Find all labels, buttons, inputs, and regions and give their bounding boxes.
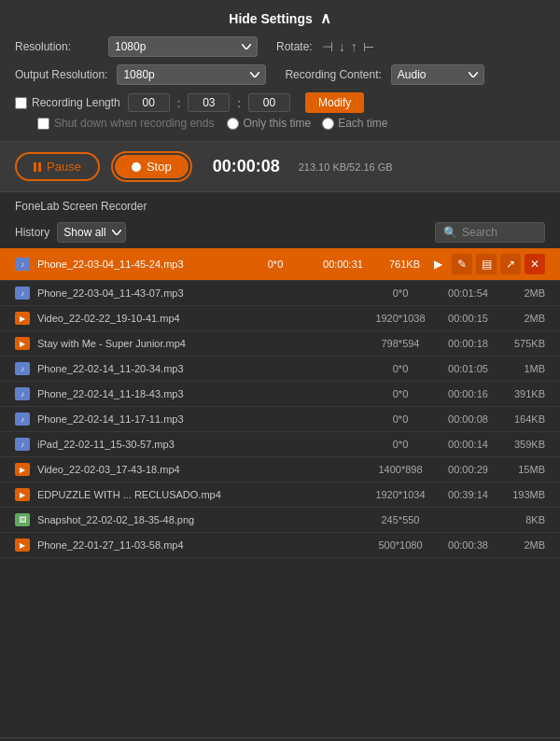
modify-button[interactable]: Modify (305, 92, 364, 113)
file-size: 761KB (373, 259, 420, 270)
only-this-time-label[interactable]: Only this time (227, 117, 311, 130)
table-row[interactable]: 🖼 Snapshot_22-02-02_18-35-48.png 245*550… (0, 508, 560, 533)
file-name: EDPUZZLE WITH ... RECLUSADO.mp4 (37, 489, 363, 500)
pause-button[interactable]: Pause (15, 152, 100, 181)
each-time-radio[interactable] (322, 118, 334, 130)
search-icon: 🔍 (443, 226, 457, 239)
shutdown-checkbox[interactable] (37, 118, 49, 130)
file-size: 2MB (498, 539, 545, 551)
file-size: 164KB (498, 413, 545, 425)
shutdown-label: Shut down when recording ends (54, 117, 214, 130)
time-minutes-input[interactable] (188, 93, 230, 112)
file-size: 193MB (498, 489, 545, 500)
file-resolution: 0*0 (363, 439, 438, 450)
rotate-icon-2[interactable]: ↓ (339, 39, 345, 54)
file-thumbnail: ♪ (15, 362, 30, 375)
share-action-button[interactable]: ↗ (500, 254, 521, 274)
stop-dot-icon (132, 162, 141, 172)
file-resolution: 0*0 (363, 413, 438, 425)
file-thumbnail: 🖼 (15, 513, 30, 526)
recording-content-section: Recording Content: Audio Video Both (285, 64, 483, 85)
stop-button[interactable]: Stop (115, 155, 189, 178)
search-input[interactable] (462, 226, 537, 239)
play-action-button[interactable]: ▶ (427, 254, 448, 274)
file-resolution: 0*0 (238, 259, 313, 270)
file-duration: 00:00:18 (438, 338, 498, 349)
table-row[interactable]: ♪ Phone_22-03-04_11-43-07.mp3 0*0 00:01:… (0, 281, 560, 306)
recording-length-checkbox-label[interactable]: Recording Length (15, 96, 120, 109)
table-row[interactable]: ▶ EDPUZZLE WITH ... RECLUSADO.mp4 1920*1… (0, 482, 560, 508)
file-duration: 00:01:54 (438, 287, 498, 299)
file-duration: 00:00:16 (438, 388, 498, 399)
chevron-up-icon[interactable]: ∧ (320, 9, 331, 27)
shutdown-row: Shut down when recording ends Only this … (15, 117, 545, 130)
settings-panel: Hide Settings ∧ Resolution: 1080p 720p 4… (0, 0, 560, 142)
file-size: 1MB (498, 363, 545, 374)
recording-length-label: Recording Length (32, 96, 120, 109)
pause-label: Pause (47, 160, 81, 174)
table-row[interactable]: ▶ Video_22-02-22_19-10-41.mp4 1920*1038 … (0, 306, 560, 331)
time-seconds-input[interactable] (248, 93, 290, 112)
stop-button-wrapper: Stop (111, 151, 192, 182)
file-resolution: 0*0 (363, 287, 438, 299)
main-content: FoneLab Screen Recorder History Show all… (0, 192, 560, 737)
time-hours-input[interactable] (128, 93, 170, 112)
rotate-icons: ⊣ ↓ ↑ ⊢ (322, 39, 374, 54)
pause-bar-1 (34, 162, 36, 172)
file-resolution: 0*0 (363, 363, 438, 374)
file-size: 2MB (498, 313, 545, 324)
file-duration: 00:00:31 (313, 259, 373, 270)
rotate-section: Rotate: ⊣ ↓ ↑ ⊢ (276, 39, 374, 54)
recording-length-checkbox[interactable] (15, 97, 27, 109)
recording-content-select[interactable]: Audio Video Both (391, 64, 484, 85)
file-resolution: 0*0 (363, 388, 438, 399)
file-name: Phone_22-03-04_11-43-07.mp3 (37, 287, 363, 299)
file-resolution: 798*594 (363, 338, 438, 349)
recording-content-label: Recording Content: (285, 68, 381, 81)
file-size: 575KB (498, 338, 545, 349)
pause-icon (34, 162, 41, 172)
edit-action-button[interactable]: ✎ (452, 254, 472, 274)
controls-bar: Pause Stop 00:00:08 213.10 KB/52.16 GB (0, 142, 560, 192)
output-resolution-select[interactable]: 1080p 720p (117, 64, 266, 85)
file-thumbnail: ▶ (15, 538, 30, 552)
file-thumbnail: ▶ (15, 488, 30, 501)
shutdown-checkbox-label[interactable]: Shut down when recording ends (37, 117, 214, 130)
table-row[interactable]: ♪ iPad_22-02-11_15-30-57.mp3 0*0 00:00:1… (0, 432, 560, 457)
file-size: 2MB (498, 287, 545, 299)
rotate-label: Rotate: (276, 40, 313, 53)
table-row[interactable]: ♪ Phone_22-02-14_11-20-34.mp3 0*0 00:01:… (0, 357, 560, 382)
file-duration: 00:00:38 (438, 539, 498, 551)
output-resolution-row: Output Resolution: 1080p 720p Recording … (15, 64, 545, 85)
table-row[interactable]: ▶ Stay with Me - Super Junior.mp4 798*59… (0, 331, 560, 357)
time-sep-1: : (177, 96, 181, 110)
file-resolution: 1920*1038 (363, 313, 438, 324)
output-resolution-label: Output Resolution: (15, 68, 107, 81)
table-row[interactable]: ♪ Phone_22-02-14_11-17-11.mp3 0*0 00:00:… (0, 407, 560, 432)
only-this-time-text: Only this time (243, 117, 311, 130)
file-duration: 00:00:29 (438, 464, 498, 475)
history-bar: History Show all Video Audio Image 🔍 (0, 217, 560, 248)
rotate-icon-3[interactable]: ↑ (351, 39, 357, 54)
file-size: 8KB (498, 514, 545, 525)
delete-action-button[interactable]: ✕ (525, 254, 545, 274)
resolution-label: Resolution: (15, 40, 99, 53)
table-row[interactable]: ▶ Phone_22-01-27_11-03-58.mp4 500*1080 0… (0, 533, 560, 558)
bandwidth-display: 213.10 KB/52.16 GB (299, 161, 393, 173)
hide-settings-label: Hide Settings (229, 11, 312, 26)
table-row[interactable]: ♪ Phone_22-03-04_11-45-24.mp3 0*0 00:00:… (0, 248, 560, 281)
table-row[interactable]: ▶ Video_22-02-03_17-43-18.mp4 1400*898 0… (0, 457, 560, 482)
file-duration: 00:01:05 (438, 363, 498, 374)
recording-length-row: Recording Length : : Modify (15, 92, 545, 113)
folder-action-button[interactable]: ▤ (476, 254, 497, 274)
only-this-time-radio[interactable] (227, 118, 239, 130)
table-row[interactable]: ♪ Phone_22-02-14_11-18-43.mp3 0*0 00:00:… (0, 382, 560, 407)
file-thumbnail: ♪ (15, 412, 30, 426)
file-name: Video_22-02-22_19-10-41.mp4 (37, 313, 363, 324)
rotate-icon-4[interactable]: ⊢ (363, 39, 374, 54)
rotate-icon-1[interactable]: ⊣ (322, 39, 333, 54)
file-name: Video_22-02-03_17-43-18.mp4 (37, 464, 363, 475)
each-time-label[interactable]: Each time (322, 117, 387, 130)
history-select[interactable]: Show all Video Audio Image (57, 222, 126, 243)
resolution-select[interactable]: 1080p 720p 480p (108, 36, 258, 57)
